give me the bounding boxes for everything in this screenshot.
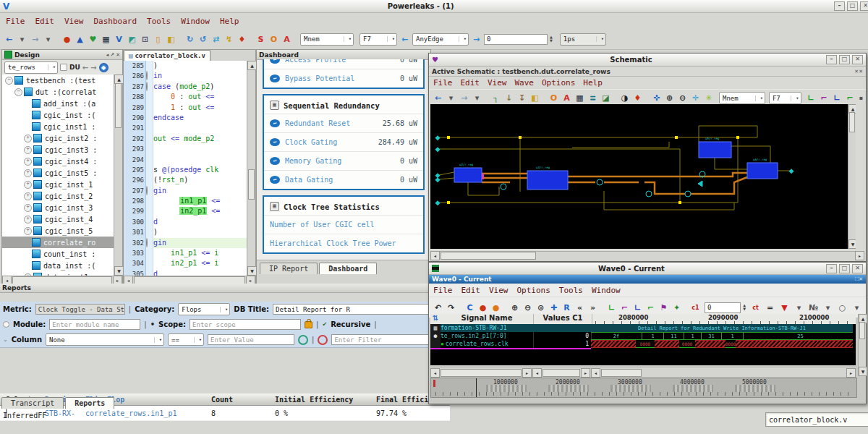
tree-item[interactable]: correlate_ro bbox=[2, 237, 114, 248]
dropdown-icon[interactable]: ▾ bbox=[822, 302, 834, 313]
values-hscroll[interactable]: ◂▸ bbox=[532, 368, 590, 377]
recursive-checkbox[interactable]: ✔ bbox=[322, 321, 327, 328]
a-icon[interactable]: A bbox=[281, 33, 293, 45]
expand-icon[interactable]: + bbox=[24, 181, 32, 189]
grid-icon[interactable]: ▦ bbox=[574, 93, 586, 104]
grid-icon[interactable]: ▦ bbox=[100, 33, 112, 45]
float-icon[interactable]: ↗ bbox=[110, 52, 114, 58]
dashboard-item[interactable]: ↩Clock Gating284.49 uW bbox=[264, 132, 423, 151]
tab-transcript[interactable]: Transcript bbox=[1, 397, 64, 409]
dashboard-link[interactable]: Number of User CGIC cell bbox=[264, 215, 423, 234]
tree-item[interactable]: +cgic_inst_3 bbox=[2, 202, 114, 213]
schematic-key-combo[interactable]: F7▾ bbox=[769, 92, 801, 104]
expand-icon[interactable]: + bbox=[24, 158, 32, 166]
waveform-row[interactable]: Detail Report for Redundant Write Inform… bbox=[591, 324, 853, 332]
dashboard-item[interactable]: ↩Bypass Potential0 uW bbox=[264, 69, 423, 88]
expand-icon[interactable]: + bbox=[24, 216, 32, 224]
signal-name[interactable]: te_rows.in2_p1[7:0] bbox=[441, 332, 533, 340]
layers-icon[interactable]: ◧ bbox=[529, 93, 541, 104]
contrast-icon[interactable]: ◑ bbox=[618, 93, 631, 104]
right-edge-arrow-icon[interactable]: → bbox=[470, 33, 482, 45]
s-icon[interactable]: S bbox=[255, 33, 267, 45]
wave-inner-titlebar[interactable]: Wave0 - Current ⛶✕ bbox=[429, 275, 866, 284]
waveform-row[interactable]: 2f111131125 bbox=[591, 332, 853, 340]
undo-icon[interactable]: ↶ bbox=[432, 302, 444, 313]
search-icon[interactable]: ○ bbox=[836, 302, 848, 313]
menu-window[interactable]: Window bbox=[181, 17, 210, 26]
tree-item[interactable]: add_inst :(a bbox=[2, 98, 114, 109]
toolbar-overflow-icon[interactable]: ▪ bbox=[859, 95, 863, 101]
zoom-out-icon[interactable]: ⊖ bbox=[522, 302, 534, 313]
wave-close-button[interactable]: ✕ bbox=[852, 264, 863, 273]
code-view[interactable]: 2852862872882892902912922932942952962972… bbox=[124, 61, 247, 276]
menu-window[interactable]: Window bbox=[592, 286, 621, 295]
tab-reports[interactable]: Reports bbox=[65, 397, 114, 409]
wave-minimize-button[interactable]: – bbox=[826, 264, 837, 273]
signal-type-icon[interactable] bbox=[430, 340, 441, 348]
drop-icon[interactable]: ↧ bbox=[516, 93, 528, 104]
next-icon[interactable]: » bbox=[587, 302, 599, 313]
edge-combo[interactable]: AnyEdge▾ bbox=[412, 33, 469, 46]
dock-left-icon[interactable]: ◂ bbox=[106, 52, 109, 58]
sync-icon[interactable]: ⇄ bbox=[210, 33, 222, 45]
pin-icon[interactable]: ↓ bbox=[503, 93, 515, 104]
dashboard-item[interactable]: ↩Memory Gating0 uW bbox=[264, 151, 423, 170]
stat-icon[interactable]: № bbox=[807, 302, 820, 313]
prev-icon[interactable]: « bbox=[574, 302, 586, 313]
menu-view[interactable]: View bbox=[488, 78, 507, 88]
du-checkbox[interactable] bbox=[60, 64, 67, 71]
breakpoint-marker[interactable] bbox=[146, 186, 148, 195]
stripes-icon[interactable]: ≡ bbox=[587, 93, 599, 104]
reload-icon[interactable]: ↻ bbox=[184, 33, 196, 45]
menu-options[interactable]: Options bbox=[542, 78, 575, 88]
wave-vscroll[interactable]: ▲ ▼ bbox=[858, 314, 866, 376]
expand-icon[interactable]: + bbox=[24, 227, 32, 235]
trace-up-icon[interactable]: ∟ bbox=[805, 93, 817, 104]
schematic-close-button[interactable]: ✕ bbox=[852, 55, 863, 64]
collapse-icon[interactable]: − bbox=[5, 77, 13, 85]
tree-item[interactable]: count_inst : bbox=[2, 248, 114, 260]
bolt-icon[interactable]: ↯ bbox=[223, 33, 235, 45]
pan-icon[interactable]: ✚ bbox=[548, 302, 560, 313]
redo-icon[interactable]: ↷ bbox=[445, 302, 457, 313]
back-arrow-icon[interactable]: ← bbox=[3, 33, 15, 45]
maximize-button[interactable]: □ bbox=[847, 1, 858, 11]
menu-tools[interactable]: Tools bbox=[559, 286, 583, 295]
tab-ip-report[interactable]: IP Report bbox=[260, 263, 318, 274]
wave-overview-ruler[interactable]: 10000002000000300000040000005000000 bbox=[430, 378, 857, 398]
lock-icon[interactable] bbox=[305, 321, 312, 328]
menu-wave[interactable]: Wave bbox=[515, 78, 535, 88]
trace-down-icon[interactable]: ∟ bbox=[831, 93, 843, 104]
tree-vscroll-thumb[interactable] bbox=[115, 83, 122, 128]
breakpoint-column[interactable] bbox=[146, 61, 153, 276]
tag-icon[interactable]: ◪ bbox=[600, 93, 612, 104]
tree-item[interactable]: +cgic_inst_4 bbox=[2, 213, 114, 225]
module-input[interactable]: Enter module name bbox=[49, 319, 140, 330]
wave-rows[interactable]: ▦● formation-STB-RW-J1te_rows.in2_p1[7:0… bbox=[430, 324, 856, 365]
column-combo[interactable]: None▾ bbox=[46, 333, 164, 346]
waveform-row[interactable]: 000000000000 bbox=[591, 340, 853, 348]
nav-back-icon[interactable]: ← bbox=[82, 64, 88, 72]
expand-icon[interactable]: ✜ bbox=[650, 93, 663, 104]
wave-spin-down-icon[interactable]: ▼ bbox=[743, 307, 746, 311]
column-header[interactable]: Count bbox=[211, 396, 275, 404]
expand-icon[interactable]: + bbox=[24, 146, 32, 154]
a-icon[interactable]: A bbox=[561, 93, 573, 104]
breakpoint-marker[interactable] bbox=[146, 238, 148, 247]
dropdown-icon[interactable]: ▾ bbox=[793, 302, 805, 313]
c-icon[interactable]: C bbox=[464, 302, 476, 313]
menu-edit[interactable]: Edit bbox=[35, 17, 55, 26]
panel-close-icon[interactable]: ✕ bbox=[116, 52, 120, 58]
r-icon[interactable]: R bbox=[561, 302, 573, 313]
breakpoint-marker[interactable] bbox=[146, 71, 148, 80]
minimize-button[interactable]: – bbox=[834, 1, 845, 11]
tree-item[interactable]: +cgic_inst_2 bbox=[2, 190, 114, 202]
zoom-region-icon[interactable]: ⊡ bbox=[139, 33, 151, 45]
breakpoint-marker[interactable] bbox=[146, 82, 148, 91]
tree-item[interactable]: +cgic_inst2 : bbox=[2, 132, 114, 144]
o-icon[interactable]: O bbox=[268, 33, 280, 45]
menu-edit[interactable]: Edit bbox=[461, 78, 480, 88]
dropdown-icon[interactable]: ▾ bbox=[471, 93, 483, 104]
tree-item[interactable]: −dut :(correlat bbox=[2, 86, 114, 98]
menu-edit[interactable]: Edit bbox=[461, 286, 481, 295]
